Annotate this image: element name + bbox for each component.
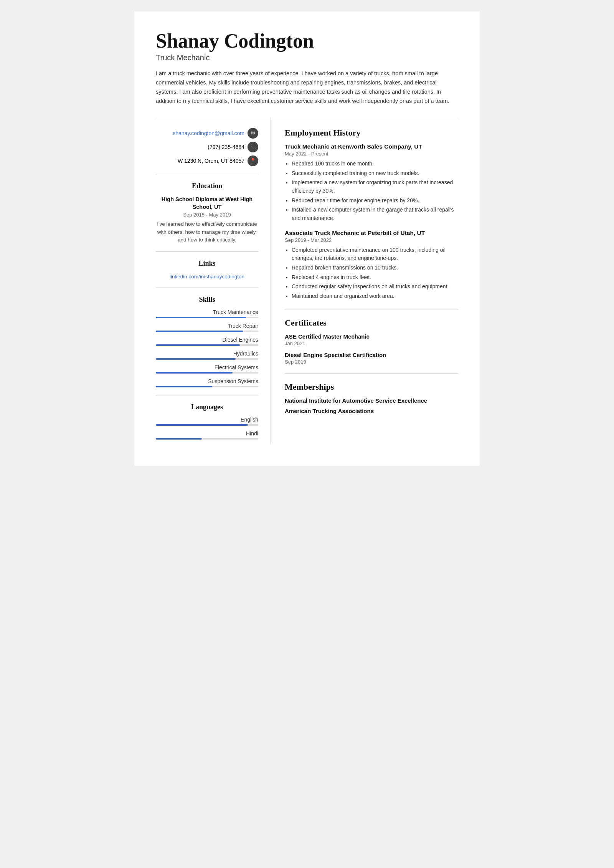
skills-divider (156, 395, 258, 395)
edu-school: High School Diploma at West High School,… (156, 195, 258, 211)
job-bullet: Conducted regular safety inspections on … (292, 283, 458, 291)
job-bullet: Repaired broken transmissions on 10 truc… (292, 264, 458, 272)
skill-bar-fill (156, 344, 240, 346)
email-link[interactable]: shanay.codington@gmail.com (173, 130, 244, 136)
contact-address-row: W 1230 N, Orem, UT 84057 📍 (156, 155, 258, 166)
job-entry: Associate Truck Mechanic at Peterbilt of… (285, 230, 458, 301)
skill-name: Suspension Systems (156, 378, 258, 384)
links-divider (156, 288, 258, 288)
language-bar-bg (156, 438, 258, 440)
employment-divider (285, 309, 458, 309)
contact-phone-row: (797) 235-4684 📞 (156, 142, 258, 152)
language-bar-fill (156, 424, 248, 426)
job-bullet: Repaired 100 trucks in one month. (292, 160, 458, 168)
cert-name: ASE Certified Master Mechanic (285, 333, 458, 340)
skill-item: Truck Maintenance (156, 309, 258, 318)
phone-text: (797) 235-4684 (208, 144, 244, 150)
candidate-name: Shanay Codington (156, 30, 458, 52)
job-bullet: Successfully completed training on new t… (292, 169, 458, 178)
links-section: Links linkedin.com/in/shanaycodington (156, 260, 258, 280)
phone-icon: 📞 (248, 142, 258, 152)
links-title: Links (156, 260, 258, 268)
skill-item: Hydraulics (156, 351, 258, 360)
contact-divider (156, 174, 258, 174)
resume-header: Shanay Codington Truck Mechanic I am a t… (156, 30, 458, 106)
address-text: W 1230 N, Orem, UT 84057 (178, 158, 244, 164)
certificates-title: Certificates (285, 318, 458, 328)
language-item: Hindi (156, 430, 258, 440)
education-title: Education (156, 182, 258, 190)
skill-bar-bg (156, 344, 258, 346)
cert-entry: Diesel Engine Specialist Certification S… (285, 352, 458, 365)
membership-item: National Institute for Automotive Servic… (285, 397, 458, 404)
language-name: English (156, 417, 258, 423)
skill-name: Hydraulics (156, 351, 258, 357)
cert-date: Sep 2019 (285, 359, 458, 365)
skill-bar-fill (156, 358, 236, 360)
skill-name: Truck Maintenance (156, 309, 258, 315)
skill-name: Truck Repair (156, 323, 258, 329)
cert-entry: ASE Certified Master Mechanic Jan 2021 (285, 333, 458, 346)
education-section: Education High School Diploma at West Hi… (156, 182, 258, 244)
right-column: Employment History Truck Mechanic at Ken… (271, 117, 458, 444)
skill-bar-fill (156, 372, 233, 374)
job-date: May 2022 - Present (285, 151, 458, 157)
job-title: Truck Mechanic at Kenworth Sales Company… (285, 143, 458, 150)
languages-section: Languages English Hindi (156, 403, 258, 440)
skill-name: Electrical Systems (156, 364, 258, 370)
skills-section: Skills Truck Maintenance Truck Repair Di… (156, 296, 258, 387)
location-icon: 📍 (248, 155, 258, 166)
certs-list: ASE Certified Master Mechanic Jan 2021 D… (285, 333, 458, 365)
email-icon: ✉ (248, 128, 258, 139)
skill-bar-bg (156, 372, 258, 374)
certificates-section: Certificates ASE Certified Master Mechan… (285, 318, 458, 365)
job-title: Associate Truck Mechanic at Peterbilt of… (285, 230, 458, 236)
skill-bar-bg (156, 317, 258, 318)
skills-list: Truck Maintenance Truck Repair Diesel En… (156, 309, 258, 387)
job-bullet: Installed a new computer system in the g… (292, 206, 458, 222)
languages-title: Languages (156, 403, 258, 411)
job-bullets: Repaired 100 trucks in one month.Success… (285, 160, 458, 223)
candidate-summary: I am a truck mechanic with over three ye… (156, 69, 458, 106)
education-divider (156, 251, 258, 252)
membership-item: American Trucking Associations (285, 408, 458, 414)
contact-email-row: shanay.codington@gmail.com ✉ (156, 128, 258, 139)
skill-bar-bg (156, 358, 258, 360)
linkedin-row: linkedin.com/in/shanaycodington (156, 273, 258, 280)
skill-bar-bg (156, 386, 258, 387)
language-item: English (156, 417, 258, 426)
skill-item: Diesel Engines (156, 337, 258, 346)
job-bullet: Implemented a new system for organizing … (292, 179, 458, 195)
job-bullet: Reduced repair time for major engine rep… (292, 197, 458, 205)
job-bullet: Maintained clean and organized work area… (292, 292, 458, 301)
job-entry: Truck Mechanic at Kenworth Sales Company… (285, 143, 458, 223)
skill-bar-bg (156, 331, 258, 332)
job-bullets: Completed preventative maintenance on 10… (285, 246, 458, 301)
job-date: Sep 2019 - Mar 2022 (285, 237, 458, 243)
jobs-list: Truck Mechanic at Kenworth Sales Company… (285, 143, 458, 301)
memberships-list: National Institute for Automotive Servic… (285, 397, 458, 414)
skill-item: Truck Repair (156, 323, 258, 332)
job-bullet: Replaced 4 engines in truck fleet. (292, 273, 458, 282)
employment-title: Employment History (285, 128, 458, 138)
skills-title: Skills (156, 296, 258, 304)
job-bullet: Completed preventative maintenance on 10… (292, 246, 458, 263)
skill-item: Suspension Systems (156, 378, 258, 387)
memberships-section: Memberships National Institute for Autom… (285, 382, 458, 414)
skill-bar-fill (156, 317, 246, 318)
language-bar-bg (156, 424, 258, 426)
languages-list: English Hindi (156, 417, 258, 440)
certificates-divider (285, 373, 458, 374)
cert-name: Diesel Engine Specialist Certification (285, 352, 458, 358)
candidate-title: Truck Mechanic (156, 53, 458, 62)
cert-date: Jan 2021 (285, 341, 458, 346)
edu-description: I've learned how to effectively communic… (156, 220, 258, 244)
language-bar-fill (156, 438, 202, 440)
linkedin-link[interactable]: linkedin.com/in/shanaycodington (170, 274, 244, 279)
skill-bar-fill (156, 331, 243, 332)
language-name: Hindi (156, 430, 258, 436)
memberships-title: Memberships (285, 382, 458, 392)
employment-section: Employment History Truck Mechanic at Ken… (285, 128, 458, 301)
skill-item: Electrical Systems (156, 364, 258, 374)
edu-date: Sep 2015 - May 2019 (156, 212, 258, 218)
